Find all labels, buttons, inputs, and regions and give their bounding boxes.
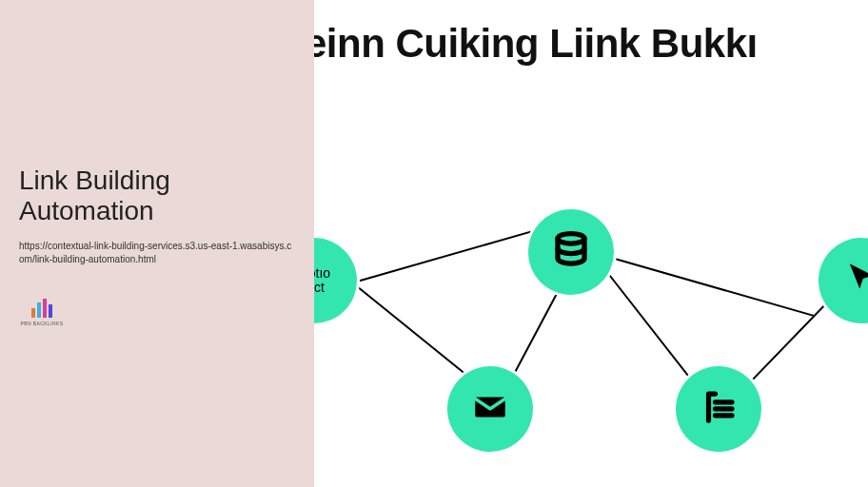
pointer-icon: [841, 259, 868, 302]
graph-node-envelope: [447, 366, 533, 452]
database-icon: [551, 230, 591, 274]
sidebar-spacer: [19, 23, 295, 166]
main-graphic: einn Cuiking Liink Bukkı inotıo loct: [314, 0, 868, 487]
graph-node-label: inotıo loct: [314, 266, 330, 294]
svg-point-0: [558, 234, 584, 244]
network-graph: inotıo loct: [314, 162, 868, 487]
page-url[interactable]: https://contextual-link-building-service…: [19, 240, 295, 266]
page-title: Link Building Automation: [19, 166, 295, 226]
graph-node-text: inotıo loct: [314, 238, 357, 323]
envelope-icon: [470, 387, 510, 431]
sidebar: Link Building Automation https://context…: [0, 0, 314, 487]
logo-text: PBN BACKLINKS: [21, 321, 64, 326]
logo-icon: [31, 299, 52, 318]
graph-edge: [595, 252, 815, 317]
graph-node-pointer: [819, 238, 868, 323]
logout-icon: [699, 387, 739, 431]
graphic-heading: einn Cuiking Liink Bukkı: [314, 21, 868, 67]
pbn-backlinks-logo: PBN BACKLINKS: [19, 299, 65, 326]
graph-node-logout: [676, 366, 761, 452]
graph-node-database: [528, 209, 614, 295]
